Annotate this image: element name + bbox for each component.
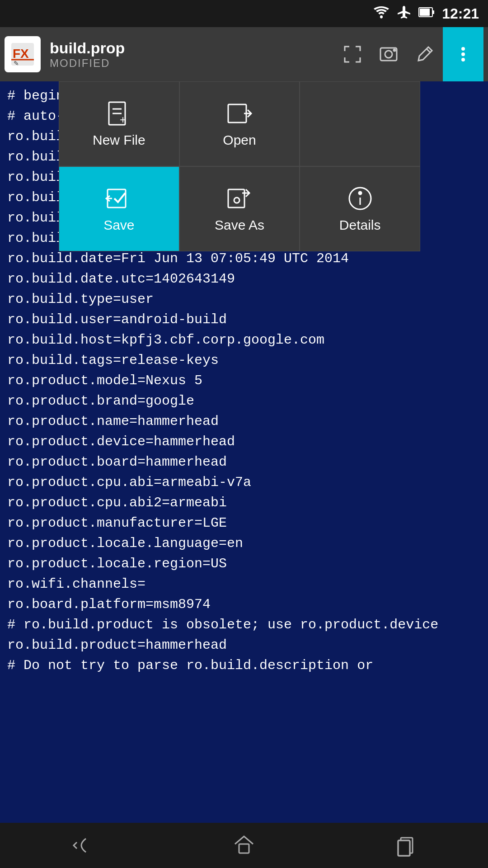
app-icon: FX ✎ [5,36,41,72]
svg-text:+: + [120,113,126,126]
svg-text:FX: FX [13,47,29,61]
editor-line: ro.product.model=Nexus 5 [7,371,481,391]
status-bar: 12:21 [0,0,488,27]
open-label: Open [223,132,256,148]
editor-line: ro.product.device=hammerhead [7,432,481,452]
editor-line: ro.product.name=hammerhead [7,411,481,432]
open-button[interactable]: Open [179,81,300,166]
status-time: 12:21 [442,5,479,22]
wifi-icon [373,6,389,22]
editor-line: ro.build.type=user [7,289,481,310]
editor-line: ro.build.host=kpfj3.cbf.corp.google.com [7,330,481,350]
svg-point-22 [234,198,239,203]
svg-rect-26 [239,844,249,853]
editor-line: ro.build.user=android-build [7,310,481,330]
editor-line: # ro.build.product is obsolete; use ro.p… [7,615,481,635]
svg-point-10 [394,49,395,51]
image-button[interactable] [371,27,407,81]
edit-button[interactable] [407,27,443,81]
save-as-button[interactable]: Save As [179,166,300,251]
navigation-bar [0,823,488,868]
save-label: Save [103,217,134,233]
svg-rect-28 [398,840,410,856]
new-file-button[interactable]: + New File [59,81,179,166]
editor-line: ro.product.cpu.abi=armeabi-v7a [7,472,481,493]
editor-line: ro.product.board=hammerhead [7,452,481,472]
airplane-icon [397,5,411,23]
svg-rect-3 [420,9,430,16]
dropdown-menu: + New File Open Save Save As [59,81,420,251]
svg-point-13 [461,52,465,56]
editor-line: # Do not try to parse ro.build.descripti… [7,656,481,676]
header-actions [334,27,483,81]
editor-line: ro.product.locale.language=en [7,533,481,554]
editor-line: ro.build.date.utc=1402643149 [7,269,481,289]
svg-point-9 [385,51,392,58]
recents-button[interactable] [380,827,434,863]
svg-point-14 [461,58,465,61]
fullscreen-button[interactable] [334,27,371,81]
new-file-label: New File [93,132,145,148]
svg-rect-2 [432,10,434,14]
svg-point-25 [359,192,361,194]
details-button[interactable]: Details [300,166,420,251]
editor-line: ro.wifi.channels= [7,574,481,594]
editor-line: ro.product.manufacturer=LGE [7,513,481,533]
svg-rect-19 [228,104,246,123]
header: FX ✎ build.prop MODIFIED [0,27,488,81]
editor-line: ro.build.product=hammerhead [7,635,481,656]
home-button[interactable] [217,827,271,863]
svg-line-11 [427,49,430,52]
svg-text:✎: ✎ [14,60,19,67]
header-modified-label: MODIFIED [50,57,334,70]
header-title-area: build.prop MODIFIED [50,39,334,70]
editor-line: ro.product.cpu.abi2=armeabi [7,493,481,513]
svg-point-12 [461,47,465,51]
editor-line: ro.build.date=Fri Jun 13 07:05:49 UTC 20… [7,249,481,269]
overflow-menu-button[interactable] [443,27,483,81]
save-button[interactable]: Save [59,166,179,251]
save-as-label: Save As [215,217,264,233]
editor-line: ro.product.locale.region=US [7,554,481,574]
svg-rect-21 [228,189,244,208]
header-filename: build.prop [50,39,334,57]
battery-icon [418,6,435,21]
editor-line: ro.product.brand=google [7,391,481,411]
editor-line: ro.board.platform=msm8974 [7,594,481,615]
editor-line: ro.build.tags=release-keys [7,350,481,371]
back-button[interactable] [54,827,108,863]
details-label: Details [339,217,381,233]
svg-point-0 [380,15,383,18]
status-icons: 12:21 [373,5,479,23]
